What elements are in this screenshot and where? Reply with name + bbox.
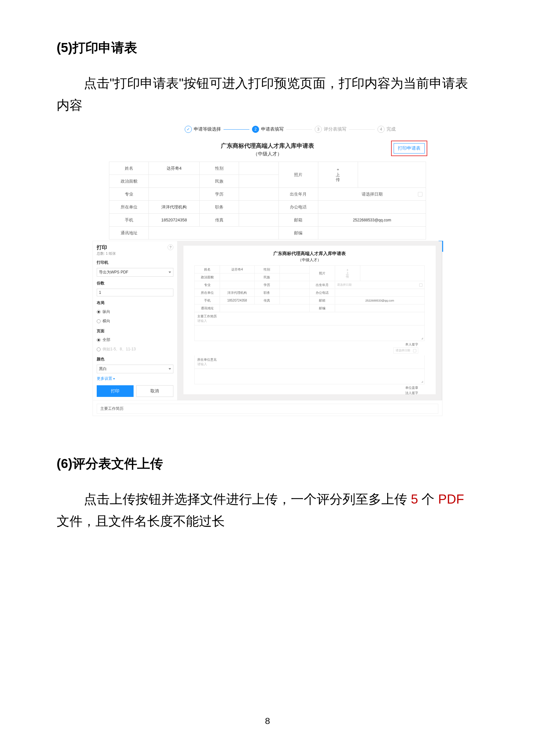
section-5-heading: (5)打印申请表	[57, 39, 478, 57]
preview-unit-opinion-label: 所在单位意见 请输入	[194, 356, 425, 369]
pages-all-label: 全部	[102, 337, 110, 343]
screenshot-print-dialog: 打印 总数: 1 纸张 ? 打印机 导出为WPS PDF 份数 1 布局 纵向 …	[93, 241, 442, 400]
pages-range-placeholder: 例如1-5、8、11-13	[102, 346, 136, 352]
copies-label: 份数	[97, 281, 173, 286]
label-political: 政治面貌	[109, 175, 149, 188]
page-number: 8	[0, 716, 535, 726]
preview-self-sign-label: 本人签字	[194, 341, 425, 347]
preview-form-subtitle: （中级人才）	[194, 257, 425, 263]
print-preview-area: 广东商标代理高端人才库入库申请表 （中级人才） 姓名 达芬奇4 性别 照片 + …	[178, 241, 442, 400]
step-3-label: 评分表填写	[324, 126, 347, 132]
label-name: 姓名	[109, 162, 149, 175]
step-1-circle: ✓	[185, 126, 192, 133]
value-name: 达芬奇4	[149, 162, 200, 175]
print-dialog-title: 打印	[97, 244, 116, 251]
preview-unit-opinion-area	[194, 369, 425, 384]
help-icon[interactable]: ?	[168, 244, 173, 250]
preview-unit-seal-label: 单位盖章	[194, 384, 425, 391]
label-zip: 邮编	[278, 227, 318, 239]
more-settings-link[interactable]: 更多设置 ▾	[97, 376, 173, 381]
step-3-circle: 3	[315, 126, 322, 133]
pages-range-radio[interactable]: 例如1-5、8、11-13	[97, 346, 173, 352]
birth-date-picker[interactable]: 请选择日期	[318, 188, 426, 201]
preview-form-title: 广东商标代理高端人才库入库申请表	[194, 251, 425, 256]
preview-worksummary-area	[194, 325, 425, 341]
screenshot-form-page: ✓ 申请等级选择 2 申请表填写 3 评分表填写 4 完成 打印申请表 广东商标…	[109, 126, 426, 239]
step-4-circle: 4	[378, 126, 384, 133]
label-office-tel: 办公电话	[278, 201, 318, 214]
layout-portrait-radio[interactable]: 纵向	[97, 309, 173, 314]
color-label: 颜色	[97, 357, 173, 362]
label-education: 学历	[200, 188, 239, 201]
label-major: 专业	[109, 188, 149, 201]
label-gender: 性别	[200, 162, 239, 175]
pages-label: 页面	[97, 328, 173, 334]
color-select-value: 黑白	[99, 366, 107, 372]
printer-label: 打印机	[97, 260, 173, 265]
step-4-label: 完成	[386, 126, 396, 132]
print-total-pages: 总数: 1 纸张	[97, 251, 116, 256]
preview-form-table: 姓名 达芬奇4 性别 照片 + 上 传 政治面貌 民族 专业 学历	[194, 265, 425, 312]
label-mobile: 手机	[109, 214, 149, 227]
radio-icon	[97, 338, 100, 342]
section-6-heading: (6)评分表文件上传	[57, 455, 478, 472]
form-subtitle: （中级人才）	[109, 151, 426, 157]
layout-landscape-label: 横向	[102, 318, 110, 324]
print-cancel-button[interactable]: 取消	[136, 385, 174, 397]
label-position: 职务	[200, 201, 239, 214]
radio-icon	[97, 310, 100, 314]
layout-label: 布局	[97, 300, 173, 306]
value-email: 2522688533@qq.com	[318, 214, 426, 227]
photo-upload-cell[interactable]: + 上 传	[318, 162, 358, 188]
section-5-body: 点击"打印申请表"按钮可进入打印预览页面，打印内容为当前申请表内容	[57, 72, 478, 116]
copies-input[interactable]: 1	[97, 289, 173, 296]
application-form-table: 姓名 达芬奇4 性别 照片 + 上 传 政治面貌 民族 专业 学历 出生年月	[109, 162, 426, 239]
radio-icon	[97, 347, 100, 351]
step-indicator: ✓ 申请等级选择 2 申请表填写 3 评分表填写 4 完成	[109, 126, 426, 133]
layout-portrait-label: 纵向	[102, 309, 110, 314]
step-1-label: 申请等级选择	[194, 126, 221, 132]
print-application-button[interactable]: 打印申请表	[394, 143, 425, 153]
label-fax: 传真	[200, 214, 239, 227]
under-dialog-peek: 主要工作简历	[93, 400, 442, 416]
preview-legal-sign-label: 法人签字	[194, 391, 425, 394]
label-photo: 照片	[278, 162, 318, 188]
label-address: 通讯地址	[109, 227, 149, 239]
label-unit: 所在单位	[109, 201, 149, 214]
printer-select[interactable]: 导出为WPS PDF	[97, 268, 173, 277]
preview-worksummary-label: 主要工作简历 请输入	[194, 312, 425, 325]
radio-icon	[97, 319, 100, 323]
step-2-circle: 2	[252, 126, 259, 133]
copies-value: 1	[99, 290, 101, 295]
print-preview-page: 广东商标代理高端人才库入库申请表 （中级人才） 姓名 达芬奇4 性别 照片 + …	[183, 246, 436, 394]
form-title: 广东商标代理高端人才库入库申请表	[109, 142, 426, 149]
print-confirm-button[interactable]: 打印	[97, 385, 134, 397]
color-select[interactable]: 黑白	[97, 364, 173, 373]
label-ethnic: 民族	[200, 175, 239, 188]
value-mobile: 18520724358	[149, 214, 200, 227]
step-2-label: 申请表填写	[261, 126, 284, 132]
print-settings-panel: 打印 总数: 1 纸张 ? 打印机 导出为WPS PDF 份数 1 布局 纵向 …	[93, 241, 178, 400]
label-email: 邮箱	[278, 214, 318, 227]
value-unit: 洋洋代理机构	[149, 201, 200, 214]
layout-landscape-radio[interactable]: 横向	[97, 318, 173, 324]
printer-select-value: 导出为WPS PDF	[99, 270, 128, 275]
pages-all-radio[interactable]: 全部	[97, 337, 173, 343]
section-6-body: 点击上传按钮并选择文件进行上传，一个评分列至多上传 5 个 PDF 文件，且文件…	[57, 488, 478, 532]
print-button-highlight: 打印申请表	[391, 141, 427, 156]
preview-self-sign-date: 请选择日期	[393, 347, 418, 354]
label-birth: 出生年月	[278, 188, 318, 201]
